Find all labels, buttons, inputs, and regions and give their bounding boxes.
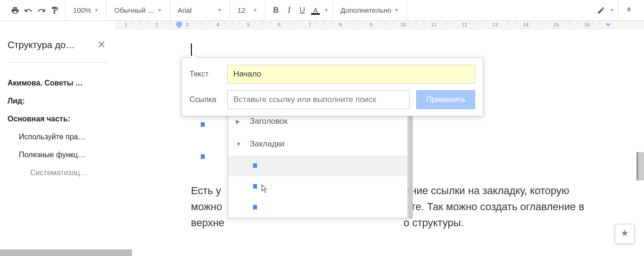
ruler-tick <box>577 22 577 24</box>
collapse-toolbar-button[interactable] <box>622 4 636 17</box>
ruler-label: 6 <box>278 22 281 27</box>
print-button[interactable] <box>8 4 22 17</box>
link-text-label: Текст <box>190 70 227 78</box>
text-color-bar <box>311 13 320 15</box>
underline-button[interactable]: U <box>296 4 309 17</box>
font-value: Arial <box>178 6 192 14</box>
outline-divider <box>8 62 107 63</box>
caret-icon: ▼ <box>94 8 99 13</box>
outline-panel: Структура до… ✕ Акимова. Советы …Лид:Осн… <box>0 29 115 256</box>
ruler-tick <box>232 22 232 25</box>
ruler-tick <box>508 22 508 25</box>
caret-icon: ▼ <box>394 8 399 13</box>
ruler-tick <box>538 22 539 25</box>
horizontal-scrollbar[interactable] <box>0 249 132 256</box>
ruler-label: 9 <box>370 22 372 27</box>
suggestion-heading-label: Заголовок <box>250 117 288 126</box>
ruler-tick <box>209 22 209 24</box>
apply-button[interactable]: Применить <box>416 90 475 109</box>
redo-button[interactable] <box>35 4 48 17</box>
outline-item[interactable]: Лид: <box>8 92 107 110</box>
style-dropdown[interactable]: Обычный … ▼ <box>110 4 165 17</box>
ruler-tick <box>316 22 316 24</box>
style-value: Обычный … <box>114 6 154 14</box>
outline-item[interactable]: Акимова. Советы … <box>8 74 107 92</box>
bookmark-suggestion-item[interactable] <box>228 176 407 197</box>
bookmark-icon[interactable] <box>199 120 206 129</box>
bookmark-icon[interactable] <box>199 152 206 162</box>
ruler-label: 15 <box>553 22 559 27</box>
arrow-right-icon: ▶ <box>236 118 244 125</box>
toolbar-group-zoom: 100% ▼ <box>66 0 107 20</box>
document-area[interactable]: Текст Ссылка Применить ▶ Заголовок ▼ Зак… <box>115 29 644 256</box>
toolbar-group-style: Обычный … ▼ <box>107 0 170 20</box>
ruler-label: 13 <box>492 22 498 27</box>
zoom-value: 100% <box>73 6 91 14</box>
toolbar-group-more: Дополнительно ▼ <box>333 0 407 20</box>
undo-button[interactable] <box>22 4 35 17</box>
ruler-tick <box>416 22 416 25</box>
outline-item[interactable]: Используйте пра… <box>8 128 107 146</box>
main-area: Структура до… ✕ Акимова. Советы …Лид:Осн… <box>0 29 644 256</box>
ruler: 12345678910111213141516 <box>115 21 644 29</box>
indent-marker-left[interactable] <box>176 22 182 28</box>
ruler-tick <box>469 22 470 24</box>
font-dropdown[interactable]: Arial ▼ <box>174 4 226 17</box>
toolbar-group-font: Arial ▼ <box>170 0 230 20</box>
more-dropdown[interactable]: Дополнительно ▼ <box>337 4 403 17</box>
link-url-label: Ссылка <box>190 95 227 104</box>
editing-mode-button[interactable] <box>594 4 608 17</box>
ruler-label: 16 <box>584 22 590 27</box>
toolbar: 100% ▼ Обычный … ▼ Arial ▼ 12 ▼ B I U A … <box>0 0 644 21</box>
outline-item[interactable]: Систематизац… <box>8 164 107 182</box>
ruler-tick <box>331 22 332 24</box>
caret-icon: ▼ <box>610 8 614 13</box>
caret-icon: ▼ <box>324 8 329 13</box>
toolbar-group-format: B I U A ▼ <box>265 0 333 20</box>
ruler-tick <box>255 22 255 24</box>
ruler-tick <box>201 22 202 25</box>
zoom-dropdown[interactable]: 100% ▼ <box>69 4 102 17</box>
text-color-button[interactable]: A <box>309 4 322 17</box>
ruler-tick <box>301 22 301 24</box>
italic-button[interactable]: I <box>282 4 296 17</box>
ruler-tick <box>132 22 132 24</box>
ruler-label: 11 <box>431 22 437 27</box>
ruler-tick <box>239 22 240 24</box>
right-scrollbar-indicator[interactable] <box>636 152 644 180</box>
ruler-tick <box>393 22 393 24</box>
ruler-tick <box>285 22 286 24</box>
outline-item[interactable]: Основная часть: <box>8 110 107 128</box>
ruler-tick <box>569 22 570 25</box>
link-url-input[interactable] <box>227 90 410 109</box>
link-text-input[interactable] <box>227 65 475 84</box>
close-outline-button[interactable]: ✕ <box>95 39 107 51</box>
suggestion-bookmarks-section[interactable]: ▼ Закладки <box>228 133 407 155</box>
ruler-label: 12 <box>462 22 467 27</box>
ruler-label: 4 <box>216 22 219 27</box>
suggestion-scrollbar[interactable] <box>408 110 413 219</box>
ruler-tick <box>171 22 171 25</box>
bookmark-suggestion-item[interactable] <box>228 155 407 176</box>
ruler-label: 3 <box>186 22 189 27</box>
ruler-tick <box>224 22 224 24</box>
ruler-tick <box>293 22 294 25</box>
ruler-tick <box>270 22 271 24</box>
ruler-tick <box>561 22 561 24</box>
ruler-tick <box>454 22 454 24</box>
ruler-tick <box>362 22 363 24</box>
toolbar-group-right: ▼ <box>591 0 619 20</box>
bookmark-suggestion-item[interactable] <box>228 197 407 218</box>
link-dialog: Текст Ссылка Применить <box>182 58 483 116</box>
ruler-tick <box>500 22 500 24</box>
ruler-tick <box>546 22 546 24</box>
bold-button[interactable]: B <box>269 4 282 17</box>
paint-format-button[interactable] <box>48 4 61 17</box>
fontsize-dropdown[interactable]: 12 ▼ <box>234 4 262 17</box>
indent-marker-right[interactable] <box>605 24 611 28</box>
ruler-tick <box>193 22 194 24</box>
ruler-label: 8 <box>339 22 342 27</box>
outline-title: Структура до… <box>8 40 75 51</box>
outline-item[interactable]: Полезные функц… <box>8 146 107 164</box>
ruler-tick <box>377 22 378 24</box>
